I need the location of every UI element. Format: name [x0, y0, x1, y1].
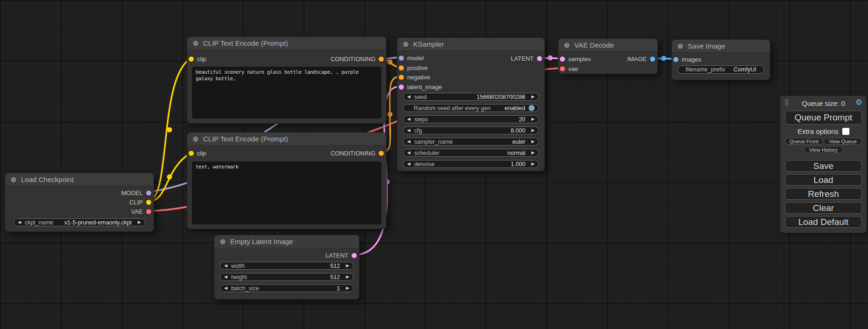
ckpt-name-combo[interactable]: ◀ ckpt_name v1-5-pruned-emaonly.ckpt ▶	[14, 218, 145, 226]
node-ksampler[interactable]: KSampler model positive negative latent_…	[397, 37, 545, 171]
gear-icon[interactable]: ⚙	[855, 98, 862, 107]
queue-front-button[interactable]: Queue Front	[785, 138, 823, 145]
load-button[interactable]: Load	[785, 174, 862, 186]
output-conditioning: CONDITIONING	[331, 55, 384, 63]
node-title-bar[interactable]: CLIP Text Encode (Prompt)	[187, 133, 386, 146]
widget-value: v1-5-pruned-emaonly.ckpt	[64, 219, 132, 226]
port-dot-conditioning[interactable]	[379, 151, 384, 156]
widget-value: euler	[512, 139, 525, 145]
node-load-checkpoint[interactable]: Load Checkpoint MODEL CLIP VAE ◀ ckpt_na…	[5, 173, 154, 232]
node-title-bar[interactable]: VAE Decode	[558, 39, 657, 52]
node-title-bar[interactable]: Save Image	[672, 40, 770, 53]
width-widget[interactable]: ◀ width 512 ▶	[220, 262, 353, 270]
arrow-left-icon[interactable]: ◀	[407, 117, 410, 121]
node-title-bar[interactable]: Empty Latent Image	[214, 235, 359, 248]
input-clip: clip	[189, 149, 206, 157]
batch-size-widget[interactable]: ◀ batch_size 1 ▶	[220, 284, 353, 292]
arrow-right-icon[interactable]: ▶	[346, 286, 349, 290]
node-title-bar[interactable]: Load Checkpoint	[5, 173, 154, 186]
height-widget[interactable]: ◀ height 512 ▶	[220, 273, 353, 281]
arrow-left-icon[interactable]: ◀	[407, 128, 410, 133]
random-seed-toggle-widget[interactable]: Random seed after every gen enabled	[403, 104, 539, 112]
widget-value: 8.000	[511, 127, 525, 134]
node-save-image[interactable]: Save Image images filename_prefix ComfyU…	[671, 39, 770, 80]
clear-button[interactable]: Clear	[785, 202, 862, 214]
link-dot	[167, 127, 172, 133]
node-title-bar[interactable]: CLIP Text Encode (Prompt)	[187, 37, 386, 50]
port-dot-image[interactable]	[673, 57, 678, 62]
arrow-left-icon[interactable]: ◀	[407, 95, 410, 99]
extra-options-row: Extra options	[780, 127, 867, 135]
port-dot-vae[interactable]	[560, 66, 565, 71]
node-clip-text-encode-negative[interactable]: CLIP Text Encode (Prompt) clip CONDITION…	[187, 132, 387, 229]
load-default-button[interactable]: Load Default	[785, 216, 862, 228]
prompt-textarea[interactable]: text, watermark	[192, 161, 381, 224]
toggle-dot-icon[interactable]	[529, 105, 535, 111]
node-status-dot-icon	[193, 136, 198, 142]
link-dot	[548, 56, 553, 61]
view-queue-button[interactable]: View Queue	[824, 138, 862, 145]
input-samples: samples	[560, 55, 591, 63]
port-dot-conditioning[interactable]	[399, 65, 404, 70]
widget-value: ComfyUI	[734, 66, 756, 73]
widget-label: steps	[414, 116, 519, 123]
arrow-right-icon[interactable]: ▶	[138, 220, 141, 224]
port-dot-latent[interactable]	[399, 84, 404, 90]
input-negative: negative	[399, 73, 430, 81]
node-vae-decode[interactable]: VAE Decode samples vae IMAGE	[558, 38, 658, 74]
arrow-right-icon[interactable]: ▶	[531, 140, 535, 144]
arrow-left-icon[interactable]: ◀	[224, 286, 227, 290]
sampler-name-widget[interactable]: ◀ sampler_name euler ▶	[403, 138, 539, 146]
port-dot-latent[interactable]	[352, 253, 357, 258]
node-status-dot-icon	[564, 42, 570, 48]
arrow-left-icon[interactable]: ◀	[224, 264, 227, 268]
prompt-textarea[interactable]: beautiful scenery nature glass bottle la…	[192, 67, 381, 119]
port-dot-clip[interactable]	[146, 200, 151, 205]
port-dot-conditioning[interactable]	[379, 56, 384, 62]
denoise-widget[interactable]: ◀ denoise 1.000 ▶	[403, 160, 539, 168]
arrow-right-icon[interactable]: ▶	[531, 162, 535, 166]
output-vae: VAE	[131, 207, 151, 216]
port-dot-model[interactable]	[146, 190, 151, 196]
node-clip-text-encode-positive[interactable]: CLIP Text Encode (Prompt) clip CONDITION…	[187, 36, 387, 124]
arrow-left-icon[interactable]: ◀	[224, 275, 227, 279]
port-dot-vae[interactable]	[146, 209, 151, 214]
view-history-button[interactable]: View History	[804, 146, 843, 153]
save-button[interactable]: Save	[785, 160, 862, 172]
arrow-right-icon[interactable]: ▶	[531, 151, 535, 155]
arrow-right-icon[interactable]: ▶	[346, 264, 349, 268]
arrow-right-icon[interactable]: ▶	[346, 275, 349, 279]
queue-prompt-button[interactable]: Queue Prompt	[785, 111, 862, 125]
arrow-right-icon[interactable]: ▶	[531, 128, 535, 133]
cfg-widget[interactable]: ◀ cfg 8.000 ▶	[403, 126, 539, 134]
seed-widget[interactable]: ◀ seed 156680208700286 ▶	[403, 93, 539, 101]
arrow-left-icon[interactable]: ◀	[407, 140, 410, 144]
widget-label: height	[231, 274, 330, 280]
widget-label: seed	[414, 94, 477, 100]
arrow-left-icon[interactable]: ◀	[407, 162, 410, 166]
node-graph-canvas[interactable]: Load Checkpoint MODEL CLIP VAE ◀ ckpt_na…	[0, 0, 868, 329]
port-dot-model[interactable]	[399, 56, 404, 61]
widget-label: width	[231, 263, 330, 269]
node-title: CLIP Text Encode (Prompt)	[203, 39, 288, 47]
port-dot-image[interactable]	[650, 56, 655, 62]
arrow-left-icon[interactable]: ◀	[18, 220, 21, 224]
port-dot-clip[interactable]	[189, 56, 194, 62]
extra-options-checkbox[interactable]	[842, 128, 849, 135]
steps-widget[interactable]: ◀ steps 20 ▶	[403, 115, 539, 123]
port-dot-clip[interactable]	[189, 151, 194, 156]
node-empty-latent-image[interactable]: Empty Latent Image LATENT ◀ width 512 ▶ …	[214, 235, 360, 300]
input-clip: clip	[189, 55, 206, 63]
port-dot-latent[interactable]	[537, 56, 542, 61]
arrow-right-icon[interactable]: ▶	[531, 95, 535, 99]
port-dot-latent[interactable]	[560, 56, 565, 62]
arrow-right-icon[interactable]: ▶	[531, 117, 535, 121]
node-title-bar[interactable]: KSampler	[397, 38, 544, 51]
filename-prefix-widget[interactable]: filename_prefix ComfyUI	[677, 65, 764, 74]
scheduler-widget[interactable]: ◀ scheduler normal ▶	[403, 149, 539, 157]
node-title: VAE Decode	[574, 41, 614, 49]
arrow-left-icon[interactable]: ◀	[407, 151, 410, 155]
queue-size-label: Queue size: 0	[780, 99, 867, 107]
port-dot-conditioning[interactable]	[399, 75, 404, 80]
refresh-button[interactable]: Refresh	[785, 188, 862, 200]
